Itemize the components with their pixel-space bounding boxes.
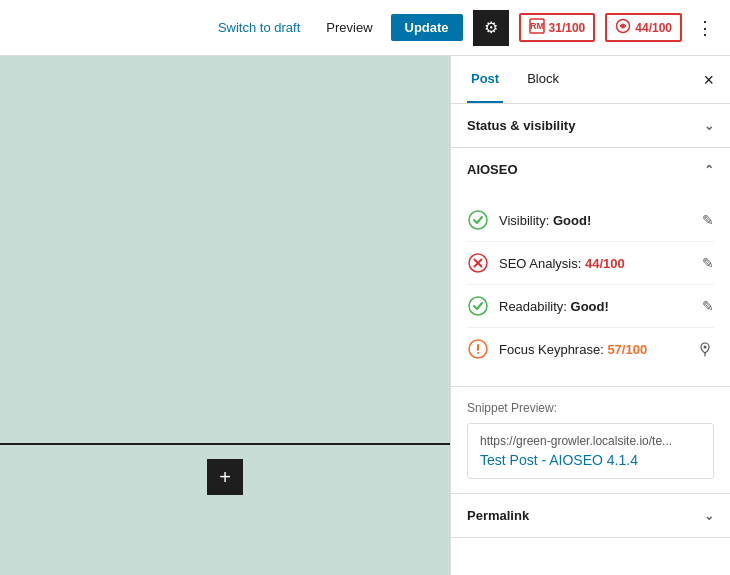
snippet-title[interactable]: Test Post - AIOSEO 4.1.4 bbox=[480, 452, 701, 468]
svg-point-3 bbox=[621, 24, 625, 28]
seo-analysis-icon bbox=[467, 252, 489, 274]
seo-score-icon: RM bbox=[529, 18, 545, 37]
readability-label: Readability: Good! bbox=[499, 299, 692, 314]
seo-analysis-label: SEO Analysis: 44/100 bbox=[499, 256, 692, 271]
snippet-preview-label: Snippet Preview: bbox=[467, 401, 714, 415]
status-visibility-section: Status & visibility ⌄ bbox=[451, 104, 730, 148]
readability-score-badge[interactable]: 44/100 bbox=[605, 13, 682, 42]
main-layout: + Post Block × Status & visibility ⌄ AIO… bbox=[0, 56, 730, 575]
snippet-box: https://green-growler.localsite.io/te...… bbox=[467, 423, 714, 479]
aioseo-label: AIOSEO bbox=[467, 162, 518, 177]
tab-post[interactable]: Post bbox=[467, 56, 503, 103]
permalink-header[interactable]: Permalink ⌄ bbox=[451, 494, 730, 537]
readability-edit-button[interactable]: ✎ bbox=[702, 298, 714, 314]
status-visibility-header[interactable]: Status & visibility ⌄ bbox=[451, 104, 730, 147]
aioseo-keyphrase-item: Focus Keyphrase: 57/100 bbox=[467, 328, 714, 370]
aioseo-content: Visibility: Good! ✎ SEO Analysis: 4 bbox=[451, 191, 730, 386]
sidebar-close-button[interactable]: × bbox=[703, 71, 714, 89]
status-visibility-chevron: ⌄ bbox=[704, 119, 714, 133]
svg-point-12 bbox=[704, 345, 707, 348]
snippet-url: https://green-growler.localsite.io/te... bbox=[480, 434, 701, 448]
aioseo-readability-item: Readability: Good! ✎ bbox=[467, 285, 714, 328]
permalink-chevron: ⌄ bbox=[704, 509, 714, 523]
gear-button[interactable]: ⚙ bbox=[473, 10, 509, 46]
svg-point-4 bbox=[469, 211, 487, 229]
aioseo-section: AIOSEO ⌃ Visibility: Good! ✎ bbox=[451, 148, 730, 387]
status-visibility-label: Status & visibility bbox=[467, 118, 575, 133]
sidebar-tabs: Post Block × bbox=[451, 56, 730, 104]
toolbar: Switch to draft Preview Update ⚙ RM 31/1… bbox=[0, 0, 730, 56]
keyphrase-edit-button[interactable] bbox=[696, 339, 714, 360]
keyphrase-warning-icon bbox=[467, 338, 489, 360]
seo-score-value: 31/100 bbox=[549, 21, 586, 35]
seo-score-badge[interactable]: RM 31/100 bbox=[519, 13, 596, 42]
aioseo-chevron: ⌃ bbox=[704, 163, 714, 177]
svg-text:RM: RM bbox=[530, 21, 544, 31]
permalink-section: Permalink ⌄ bbox=[451, 494, 730, 538]
aioseo-visibility-item: Visibility: Good! ✎ bbox=[467, 199, 714, 242]
canvas-divider bbox=[0, 443, 450, 445]
permalink-label: Permalink bbox=[467, 508, 529, 523]
canvas-area: + bbox=[0, 56, 450, 575]
readability-icon bbox=[615, 18, 631, 37]
keyphrase-label: Focus Keyphrase: 57/100 bbox=[499, 342, 686, 357]
gear-icon: ⚙ bbox=[484, 18, 498, 37]
aioseo-seo-item: SEO Analysis: 44/100 ✎ bbox=[467, 242, 714, 285]
svg-point-8 bbox=[469, 297, 487, 315]
visibility-label: Visibility: Good! bbox=[499, 213, 692, 228]
more-options-button[interactable]: ⋮ bbox=[692, 13, 718, 43]
readability-score-value: 44/100 bbox=[635, 21, 672, 35]
update-button[interactable]: Update bbox=[391, 14, 463, 41]
preview-button[interactable]: Preview bbox=[318, 16, 380, 39]
canvas-add-button[interactable]: + bbox=[207, 459, 243, 495]
svg-point-11 bbox=[477, 352, 479, 354]
sidebar: Post Block × Status & visibility ⌄ AIOSE… bbox=[450, 56, 730, 575]
snippet-preview-section: Snippet Preview: https://green-growler.l… bbox=[451, 387, 730, 494]
visibility-check-icon bbox=[467, 209, 489, 231]
add-icon: + bbox=[219, 466, 231, 489]
seo-analysis-edit-button[interactable]: ✎ bbox=[702, 255, 714, 271]
switch-to-draft-button[interactable]: Switch to draft bbox=[210, 16, 308, 39]
readability-check-icon bbox=[467, 295, 489, 317]
visibility-edit-button[interactable]: ✎ bbox=[702, 212, 714, 228]
aioseo-header[interactable]: AIOSEO ⌃ bbox=[451, 148, 730, 191]
tab-block[interactable]: Block bbox=[523, 56, 563, 103]
